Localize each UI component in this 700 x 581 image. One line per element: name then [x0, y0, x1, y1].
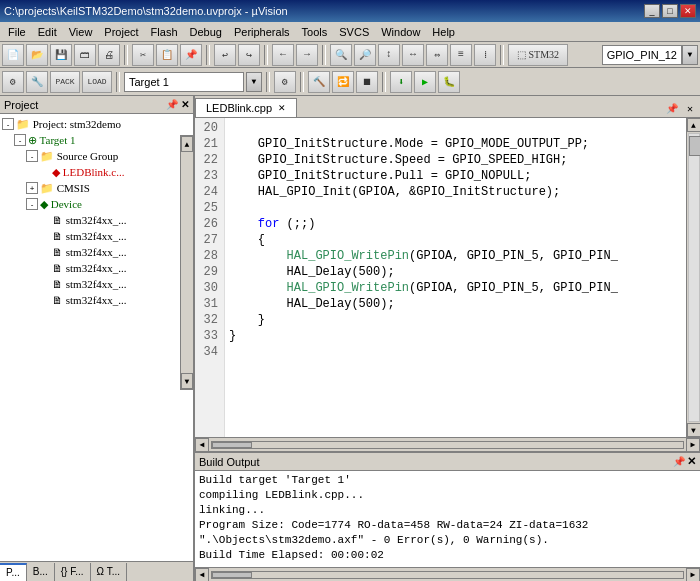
tree-stm32-2[interactable]: 🗎 stm32f4xx_...	[0, 228, 193, 244]
expand-project[interactable]: -	[2, 118, 14, 130]
menu-flash[interactable]: Flash	[145, 23, 184, 41]
rebuild-button[interactable]: 🔁	[332, 71, 354, 93]
tree-device[interactable]: - ◆ Device	[0, 196, 193, 212]
tb-btn-6[interactable]: ↔	[402, 44, 424, 66]
minimize-button[interactable]: _	[644, 4, 660, 18]
undo-button[interactable]: ↩	[214, 44, 236, 66]
tree-target1[interactable]: - ⊕ Target 1	[0, 132, 193, 148]
sh-right[interactable]: ▶	[686, 438, 700, 452]
menu-peripherals[interactable]: Peripherals	[228, 23, 296, 41]
menu-file[interactable]: File	[2, 23, 32, 41]
editor-tab-close[interactable]: ✕	[278, 103, 286, 113]
find-in-files-button[interactable]: 🔎	[354, 44, 376, 66]
print-button[interactable]: 🖨	[98, 44, 120, 66]
build-button[interactable]: 🔨	[308, 71, 330, 93]
build-close-button[interactable]: ✕	[687, 455, 696, 468]
device-settings-button[interactable]: 🔧	[26, 71, 48, 93]
ide-button[interactable]: LOAD	[82, 71, 112, 93]
open-file-button[interactable]: 📂	[26, 44, 48, 66]
build-settings-button[interactable]: ⚙	[2, 71, 24, 93]
expand-device[interactable]: -	[26, 198, 38, 210]
build-sh-right[interactable]: ▶	[686, 568, 700, 582]
tb-btn-9[interactable]: ⁞	[474, 44, 496, 66]
build-output-content[interactable]: Build target 'Target 1' compiling LEDBli…	[195, 471, 700, 567]
save-button[interactable]: 💾	[50, 44, 72, 66]
stm32-2-label: 🗎 stm32f4xx_...	[52, 230, 127, 242]
editor-pin-button[interactable]: 📌	[664, 101, 680, 117]
tb-btn-5[interactable]: ↕	[378, 44, 400, 66]
editor-scrollbar-v[interactable]: ▲ ▼	[686, 118, 700, 437]
find-button[interactable]: 🔍	[330, 44, 352, 66]
menu-bar: File Edit View Project Flash Debug Perip…	[0, 22, 700, 42]
expand-source-group[interactable]: -	[26, 150, 38, 162]
tab-templates[interactable]: Ω T...	[91, 563, 128, 581]
menu-edit[interactable]: Edit	[32, 23, 63, 41]
sv-down-btn[interactable]: ▼	[181, 373, 193, 389]
tree-stm32-4[interactable]: 🗎 stm32f4xx_...	[0, 260, 193, 276]
tb-btn-8[interactable]: ≡	[450, 44, 472, 66]
redo-button[interactable]: ↪	[238, 44, 260, 66]
menu-project[interactable]: Project	[98, 23, 144, 41]
build-sh-track[interactable]	[211, 571, 684, 579]
menu-debug[interactable]: Debug	[184, 23, 228, 41]
tree-project-root[interactable]: - 📁 Project: stm32demo	[0, 116, 193, 132]
stop-build-button[interactable]: ⏹	[356, 71, 378, 93]
copy-button[interactable]: 📋	[156, 44, 178, 66]
expand-target1[interactable]: -	[14, 134, 26, 146]
menu-help[interactable]: Help	[426, 23, 461, 41]
tab-project[interactable]: P...	[0, 563, 27, 581]
tree-source-group[interactable]: - 📁 Source Group	[0, 148, 193, 164]
tree-stm32-5[interactable]: 🗎 stm32f4xx_...	[0, 276, 193, 292]
menu-window[interactable]: Window	[375, 23, 426, 41]
project-scrollbar-v[interactable]: ▲ ▼	[180, 135, 194, 390]
sv-down[interactable]: ▼	[687, 423, 701, 437]
packages-button[interactable]: PACK	[50, 71, 80, 93]
download-button[interactable]: ⬇	[390, 71, 412, 93]
target-dropdown-arrow[interactable]: ▼	[246, 72, 262, 92]
editor-tab-ledblink[interactable]: LEDBlink.cpp ✕	[195, 98, 297, 117]
editor-close-button[interactable]: ✕	[682, 101, 698, 117]
cut-button[interactable]: ✂	[132, 44, 154, 66]
menu-tools[interactable]: Tools	[296, 23, 334, 41]
sv-up[interactable]: ▲	[687, 118, 701, 132]
menu-svcs[interactable]: SVCS	[333, 23, 375, 41]
tb-btn-7[interactable]: ⇔	[426, 44, 448, 66]
tree-stm32-3[interactable]: 🗎 stm32f4xx_...	[0, 244, 193, 260]
tab-functions[interactable]: {} F...	[55, 563, 91, 581]
panel-pin-button[interactable]: 📌	[166, 99, 178, 110]
build-sh-left[interactable]: ◀	[195, 568, 209, 582]
maximize-button[interactable]: □	[662, 4, 678, 18]
sv-track[interactable]	[688, 133, 700, 422]
sv-thumb[interactable]	[689, 136, 701, 156]
target-dropdown[interactable]: Target 1	[124, 72, 244, 92]
gpio-dropdown-arrow[interactable]: ▼	[682, 45, 698, 65]
paste-button[interactable]: 📌	[180, 44, 202, 66]
tree-ledblink[interactable]: ◆ LEDBlink.c...	[0, 164, 193, 180]
expand-cmsis[interactable]: +	[26, 182, 38, 194]
tb-btn-10[interactable]: ⬚ STM32	[508, 44, 568, 66]
tree-cmsis[interactable]: + 📁 CMSIS	[0, 180, 193, 196]
build-scrollbar-h[interactable]: ◀ ▶	[195, 567, 700, 581]
window-close-button[interactable]: ✕	[680, 4, 696, 18]
debug-start-button[interactable]: ▶	[414, 71, 436, 93]
back-button[interactable]: ←	[272, 44, 294, 66]
sv-up-btn[interactable]: ▲	[181, 136, 193, 152]
sh-track[interactable]	[211, 441, 684, 449]
save-all-button[interactable]: 🗃	[74, 44, 96, 66]
new-file-button[interactable]: 📄	[2, 44, 24, 66]
forward-button[interactable]: →	[296, 44, 318, 66]
tree-stm32-1[interactable]: 🗎 stm32f4xx_...	[0, 212, 193, 228]
sh-left[interactable]: ◀	[195, 438, 209, 452]
sh-thumb[interactable]	[212, 442, 252, 448]
panel-close-button[interactable]: ✕	[181, 99, 189, 110]
tab-books[interactable]: B...	[27, 563, 55, 581]
editor-scrollbar-h[interactable]: ◀ ▶	[195, 437, 700, 451]
build-pin-button[interactable]: 📌	[673, 456, 685, 467]
build-sh-thumb[interactable]	[212, 572, 252, 578]
debug-button[interactable]: 🐛	[438, 71, 460, 93]
code-content[interactable]: GPIO_InitStructure.Mode = GPIO_MODE_OUTP…	[225, 118, 686, 437]
target-options-button[interactable]: ⚙	[274, 71, 296, 93]
menu-view[interactable]: View	[63, 23, 99, 41]
tree-stm32-6[interactable]: 🗎 stm32f4xx_...	[0, 292, 193, 308]
gpio-dropdown[interactable]: GPIO_PIN_12	[602, 45, 682, 65]
